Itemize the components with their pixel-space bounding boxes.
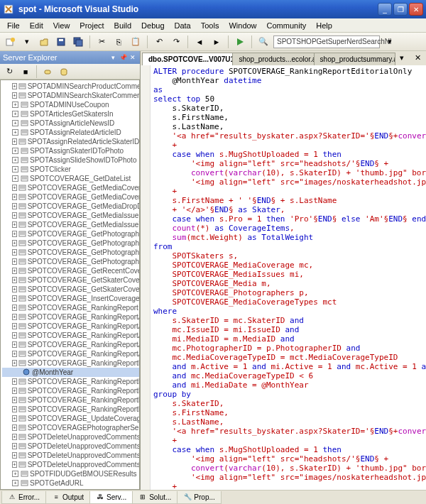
tree-sproc[interactable]: +SPOTCOVERAGE_RankingReportEdito — [2, 377, 139, 386]
tree-sproc[interactable]: +SPOTCOVERAGE_GetRecentCoverage — [2, 266, 139, 275]
expand-icon[interactable]: + — [12, 240, 17, 246]
tree-sproc[interactable]: +SPOTAssignArticleNewsID — [2, 119, 139, 128]
expand-icon[interactable]: + — [12, 120, 18, 126]
tab-list-button[interactable]: ▾ — [395, 51, 409, 65]
toolwindow-tab[interactable]: ⚠Error... — [1, 491, 46, 504]
expand-icon[interactable]: + — [12, 480, 18, 486]
expand-icon[interactable]: + — [12, 138, 17, 145]
tree-sproc[interactable]: +SPOTDeleteUnapprovedCommentsPro — [2, 451, 139, 460]
toolwindow-tab[interactable]: 🔧Prop... — [177, 491, 221, 504]
expand-icon[interactable]: + — [12, 129, 18, 136]
expand-icon[interactable]: + — [12, 415, 17, 422]
tree-sproc[interactable]: +SPOTAssignRelatedArticleSkaterID — [2, 137, 139, 146]
menu-window[interactable]: Window — [224, 20, 261, 31]
document-tab[interactable]: dbo.SPOTCOVE...V007U12MUV)* — [142, 53, 233, 65]
connect-button[interactable] — [40, 65, 55, 79]
expand-icon[interactable]: + — [12, 471, 18, 477]
find-combo[interactable]: SPOTSHOPGetSuperNerdSearchNl — [273, 35, 380, 48]
expand-icon[interactable]: + — [12, 314, 17, 320]
expand-icon[interactable]: + — [12, 332, 17, 339]
expand-icon[interactable]: + — [12, 249, 17, 256]
copy-button[interactable]: ⎘ — [111, 35, 126, 49]
tree-sproc[interactable]: +SPOTCOVERAGEPhotographerSearch — [2, 423, 139, 432]
toolwindow-tab[interactable]: 🖧Serv... — [89, 491, 133, 504]
connect-db-button[interactable] — [57, 65, 71, 79]
expand-icon[interactable]: + — [12, 397, 17, 403]
tree-sproc[interactable]: +SPOTDeleteUnapprovedCommentsSka — [2, 460, 139, 469]
expand-icon[interactable]: + — [12, 452, 17, 459]
toolwindow-tab[interactable]: ⊞Solut... — [132, 491, 178, 504]
new-project-button[interactable] — [3, 35, 17, 49]
stop-refresh-button[interactable]: ■ — [18, 65, 33, 79]
tree-sproc[interactable]: +SPOTAssignSkaterIDToPhoto — [2, 146, 139, 155]
expand-icon[interactable]: + — [12, 295, 17, 302]
redo-button[interactable]: ↷ — [169, 35, 183, 49]
panel-pin-button[interactable]: 📌 — [119, 53, 127, 62]
tree-sproc[interactable]: +SPOTClicker — [2, 165, 139, 174]
expand-icon[interactable]: + — [12, 157, 18, 163]
undo-button[interactable]: ↶ — [152, 35, 166, 49]
close-button[interactable]: ✕ — [409, 3, 423, 16]
expand-icon[interactable]: + — [12, 434, 17, 440]
panel-dropdown-button[interactable]: ▾ — [109, 53, 117, 62]
tree-sproc[interactable]: +SPOTDeleteUnapprovedCommentsInv — [2, 442, 139, 451]
minimize-button[interactable]: _ — [378, 3, 392, 16]
expand-icon[interactable]: + — [12, 92, 17, 99]
expand-icon[interactable]: + — [12, 323, 17, 329]
expand-icon[interactable]: + — [12, 351, 17, 357]
expand-icon[interactable]: + — [12, 221, 17, 228]
panel-close-button[interactable]: ✕ — [129, 53, 137, 62]
expand-icon[interactable]: + — [12, 277, 17, 283]
tree-sproc[interactable]: +SPOTCOVERAGE_GetPhotographerDri — [2, 248, 139, 257]
open-button[interactable] — [37, 35, 51, 49]
tree-sproc[interactable]: +SPOTCOVERAGE_RankingReportEdito — [2, 358, 139, 368]
tree-sproc[interactable]: +SPOTCOVERAGE_RankingReportAdsC — [2, 340, 139, 349]
tree-sproc[interactable]: +SPOTCOVERAGE_RankingReportAdsC — [2, 312, 139, 322]
tree-sproc[interactable]: +SPOTCOVERAGE_RankingReportEdito — [2, 395, 139, 405]
toolwindow-tab[interactable]: ≡Output — [45, 491, 90, 504]
code-content[interactable]: ALTER procedure SPOTCOVERAGE_RankingRepo… — [153, 65, 426, 490]
expand-icon[interactable]: + — [12, 212, 17, 219]
tree-sproc[interactable]: +SPOTADMINSearchSkaterComments — [2, 91, 139, 100]
expand-icon[interactable]: + — [12, 258, 17, 265]
expand-icon[interactable]: + — [12, 166, 18, 172]
expand-icon[interactable]: + — [12, 194, 17, 200]
tree-sproc[interactable]: +SPOTCOVERAGE_GetMediaIssueTitle — [2, 220, 139, 229]
find-in-files-button[interactable]: 🔍 — [256, 35, 271, 49]
expand-icon[interactable]: + — [12, 424, 17, 431]
menu-data[interactable]: Data — [170, 20, 195, 31]
tab-close-button[interactable]: ✕ — [410, 51, 425, 65]
tree-sproc[interactable]: +SPOTAssignSlideShowIDToPhoto — [2, 155, 139, 165]
expand-icon[interactable]: + — [12, 203, 17, 209]
tree-sproc[interactable]: +SPOTCOVERAGE_GetSkaterCoverage — [2, 285, 139, 294]
expand-icon[interactable]: + — [12, 388, 17, 394]
expand-icon[interactable]: + — [12, 185, 17, 191]
tree-sproc[interactable]: +SPOTCOVERAGE_UpdateCoverage — [2, 414, 139, 423]
tree-sproc[interactable]: +SPOTFIDUDGetBMOUSEResults — [2, 469, 139, 478]
start-debug-button[interactable] — [233, 35, 247, 49]
tree-sproc[interactable]: +SPOTCOVERAGE_GetMediaCoverage1 — [2, 192, 139, 202]
expand-icon[interactable]: + — [12, 175, 18, 182]
refresh-button[interactable]: ↻ — [2, 65, 16, 79]
maximize-button[interactable]: ❐ — [393, 3, 408, 16]
expand-icon[interactable]: + — [12, 286, 17, 292]
expand-icon[interactable]: + — [12, 341, 17, 348]
tree-sproc[interactable]: +SPOTCOVERAGE_RankingReportEdito — [2, 386, 139, 395]
document-tab[interactable]: shop_productsummary.aspx.cs — [314, 53, 395, 65]
tree-sproc[interactable]: +SPOTCOVERAGE_RankingReportAdsC — [2, 331, 139, 340]
tree-sproc[interactable]: +SPOTCOVERAGE_GetMediaIssueCove — [2, 211, 139, 220]
save-button[interactable] — [54, 35, 68, 49]
document-tab[interactable]: shop_products...ecolor.aspx.cs — [232, 53, 314, 65]
menu-file[interactable]: File — [3, 20, 24, 31]
paste-button[interactable]: 📋 — [129, 35, 143, 49]
tree-sproc[interactable]: +SPOTCOVERAGE_RankingReportALL — [2, 349, 139, 358]
save-all-button[interactable] — [71, 35, 85, 49]
tree-sproc[interactable]: +SPOTCOVERAGE_InsertCoverage — [2, 294, 139, 303]
nav-fwd-button[interactable]: ► — [209, 35, 224, 49]
tree-sproc[interactable]: +SPOTAssignRelatedArticleID — [2, 128, 139, 137]
tree-sproc[interactable]: +SPOTArticlesGetSkatersIn — [2, 109, 139, 119]
menu-tools[interactable]: Tools — [197, 20, 224, 31]
cut-button[interactable]: ✂ — [94, 35, 109, 49]
expand-icon[interactable]: + — [12, 83, 17, 89]
menu-edit[interactable]: Edit — [26, 20, 48, 31]
